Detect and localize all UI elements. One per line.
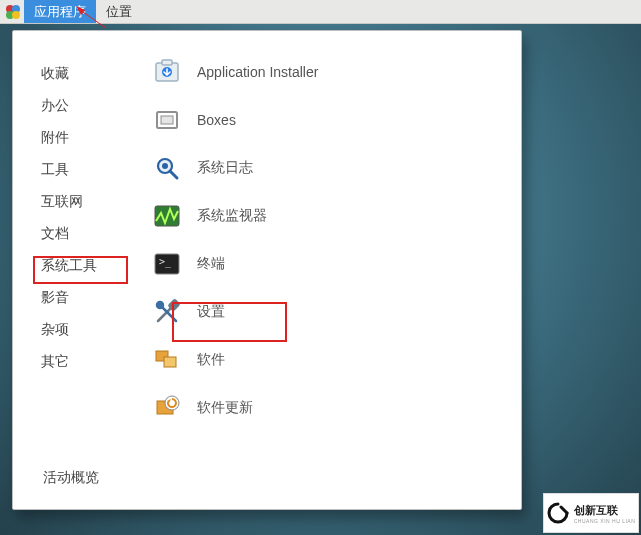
application-installer-icon [151, 56, 183, 88]
svg-rect-7 [162, 60, 172, 65]
category-label: 工具 [41, 161, 69, 177]
app-software-update[interactable]: 软件更新 [151, 391, 497, 425]
app-terminal[interactable]: >_ 终端 [151, 247, 497, 281]
app-software[interactable]: 软件 [151, 343, 497, 377]
svg-rect-18 [169, 300, 179, 310]
category-accessories[interactable]: 附件 [41, 127, 151, 149]
watermark: 创新互联 CHUANG XIN HU LIAN [543, 493, 639, 533]
menu-footer: 活动概览 [13, 459, 521, 509]
terminal-icon: >_ [151, 248, 183, 280]
watermark-logo-icon [547, 502, 569, 524]
category-label: 互联网 [41, 193, 83, 209]
category-label: 办公 [41, 97, 69, 113]
activities-overview[interactable]: 活动概览 [43, 469, 99, 485]
software-icon [151, 344, 183, 376]
watermark-sub: CHUANG XIN HU LIAN [574, 518, 636, 524]
topbar-places[interactable]: 位置 [96, 0, 142, 23]
app-boxes[interactable]: Boxes [151, 103, 497, 137]
category-system-tools[interactable]: 系统工具 [41, 255, 151, 277]
category-multimedia[interactable]: 影音 [41, 287, 151, 309]
system-monitor-icon [151, 200, 183, 232]
category-misc[interactable]: 杂项 [41, 319, 151, 341]
app-settings[interactable]: 设置 [151, 295, 497, 329]
category-label: 系统工具 [41, 257, 97, 273]
svg-rect-22 [164, 357, 176, 367]
category-label: 文档 [41, 225, 69, 241]
svg-rect-10 [161, 116, 173, 124]
category-office[interactable]: 办公 [41, 95, 151, 117]
app-label: 系统日志 [197, 159, 253, 177]
app-system-monitor[interactable]: 系统监视器 [151, 199, 497, 233]
category-label: 收藏 [41, 65, 69, 81]
settings-icon [151, 296, 183, 328]
category-label: 影音 [41, 289, 69, 305]
topbar-applications-label: 应用程序 [34, 3, 86, 21]
application-list: Application Installer Boxes [151, 55, 497, 449]
category-favorites[interactable]: 收藏 [41, 63, 151, 85]
app-label: 系统监视器 [197, 207, 267, 225]
topbar-applications[interactable]: 应用程序 [24, 0, 96, 23]
boxes-icon [151, 104, 183, 136]
software-update-icon [151, 392, 183, 424]
svg-line-13 [170, 171, 177, 178]
category-documents[interactable]: 文档 [41, 223, 151, 245]
top-panel: 应用程序 位置 [0, 0, 641, 24]
svg-point-20 [157, 302, 163, 308]
menu-body: 收藏 办公 附件 工具 互联网 文档 系统工具 影音 杂项 其它 [13, 31, 521, 459]
category-label: 杂项 [41, 321, 69, 337]
applications-menu: 收藏 办公 附件 工具 互联网 文档 系统工具 影音 杂项 其它 [12, 30, 522, 510]
svg-point-12 [162, 163, 168, 169]
app-label: 软件更新 [197, 399, 253, 417]
category-label: 其它 [41, 353, 69, 369]
app-label: 软件 [197, 351, 225, 369]
system-logo-icon [2, 1, 24, 23]
category-tools[interactable]: 工具 [41, 159, 151, 181]
app-system-logs[interactable]: 系统日志 [151, 151, 497, 185]
category-label: 附件 [41, 129, 69, 145]
svg-text:>_: >_ [159, 256, 172, 268]
logs-icon [151, 152, 183, 184]
svg-point-3 [12, 11, 20, 19]
app-label: Boxes [197, 112, 236, 128]
topbar-places-label: 位置 [106, 3, 132, 21]
app-label: 设置 [197, 303, 225, 321]
category-list: 收藏 办公 附件 工具 互联网 文档 系统工具 影音 杂项 其它 [41, 55, 151, 449]
svg-line-26 [561, 507, 567, 513]
category-internet[interactable]: 互联网 [41, 191, 151, 213]
desktop-background: 应用程序 位置 收藏 办公 附件 工具 互联网 文档 系统工具 影音 杂项 其它 [0, 0, 641, 535]
app-label: 终端 [197, 255, 225, 273]
app-application-installer[interactable]: Application Installer [151, 55, 497, 89]
category-other[interactable]: 其它 [41, 351, 151, 373]
app-label: Application Installer [197, 64, 318, 80]
watermark-brand: 创新互联 [574, 503, 636, 518]
